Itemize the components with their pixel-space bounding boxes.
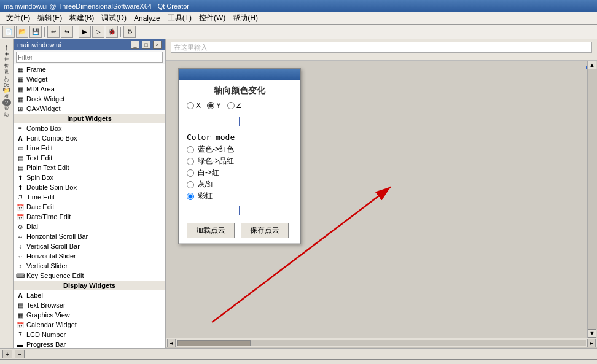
color-radio-1[interactable] [187, 158, 194, 165]
dock-icon: ▦ [16, 95, 25, 103]
menu-analyze[interactable]: Analyze [130, 13, 164, 24]
save-button[interactable]: 保存点云 [241, 223, 289, 238]
dial-icon: ⊙ [16, 222, 25, 231]
label-icon: A [16, 291, 25, 300]
h-scroll-thumb[interactable] [177, 340, 251, 346]
status-add-btn[interactable]: + [2, 350, 12, 358]
h-scroll-track [177, 340, 586, 346]
sidebar-item-dateedit[interactable]: 📅 Date Edit [14, 202, 165, 212]
color-option-1: 绿色->品红 [187, 156, 292, 166]
sidebar-item-datetimeedit[interactable]: 📅 Date/Time Edit [14, 212, 165, 222]
sidebar-item-lineedit[interactable]: ▭ Line Edit [14, 143, 165, 153]
load-button[interactable]: 加载点云 [187, 223, 235, 238]
sidebar-item-hscroll[interactable]: ↔ Horizontal Scroll Bar [14, 231, 165, 241]
widget-title: 轴向颜色变化 [187, 85, 292, 96]
left-icon-help[interactable]: ? 帮 助 [1, 103, 12, 114]
bottom-panel-header [0, 360, 597, 364]
textbrowser-icon: ▤ [16, 301, 25, 309]
toolbar-sep2 [76, 27, 76, 37]
sidebar-item-spinbox[interactable]: ⬆ Spin Box [14, 172, 165, 182]
sidebar-item-textbrowser[interactable]: ▤ Text Browser [14, 300, 165, 310]
status-sub-btn[interactable]: − [15, 350, 25, 358]
menu-tools[interactable]: 工具(T) [164, 12, 195, 25]
left-icon-strip: ↑ ◈ 控 件 ✎ 设 计 ⬡ De bug 📁 项 目 ? 帮 助 [0, 39, 14, 348]
sidebar-subwindow-bar: mainwindow.ui _ □ × [14, 39, 165, 50]
sidebar-item-mdi[interactable]: ▦ MDI Area [14, 84, 165, 94]
sidebar-item-frame[interactable]: ▦ Frame [14, 64, 165, 74]
toolbar-build[interactable]: ▶ [79, 26, 91, 38]
progress-icon: ▬ [16, 340, 25, 348]
left-icon-design[interactable]: ✎ 设 计 [1, 66, 12, 77]
sidebar-item-textedit[interactable]: ▤ Text Edit [14, 153, 165, 163]
axis-x-radio[interactable] [187, 102, 194, 109]
color-radio-0[interactable] [187, 146, 194, 153]
axis-y-label[interactable]: Y [207, 101, 221, 110]
toolbar-debug[interactable]: 🐞 [106, 26, 118, 38]
sidebar-item-widget[interactable]: ▦ Widget [14, 74, 165, 84]
sidebar-item-hslider[interactable]: ↔ Horizontal Slider [14, 251, 165, 261]
dateedit-icon: 📅 [16, 203, 25, 211]
toolbar-settings[interactable]: ⚙ [123, 26, 136, 38]
menu-debug[interactable]: 调试(D) [98, 12, 130, 25]
sidebar-item-label[interactable]: A Label [14, 290, 165, 300]
color-radio-4[interactable] [187, 193, 194, 200]
axis-z-label[interactable]: Z [227, 101, 241, 110]
sidebar-item-timeedit[interactable]: ⏱ Time Edit [14, 192, 165, 202]
menu-build[interactable]: 构建(B) [66, 12, 98, 25]
qax-icon: ⊞ [16, 104, 25, 113]
sidebar-item-calendar[interactable]: 📅 Calendar Widget [14, 320, 165, 330]
sidebar-item-keyseq[interactable]: ⌨ Key Sequence Edit [14, 271, 165, 281]
menu-edit[interactable]: 编辑(E) [34, 12, 66, 25]
sidebar-item-progress[interactable]: ▬ Progress Bar [14, 339, 165, 348]
widget-list: ▦ Frame ▦ Widget ▦ MDI Area ▦ Dock Widge… [14, 64, 165, 348]
sidebar-item-doublespinbox[interactable]: ⬆ Double Spin Box [14, 182, 165, 192]
sidebar: mainwindow.ui _ □ × ▦ Frame ▦ Widget ▦ M… [14, 39, 166, 348]
main-layout: ↑ ◈ 控 件 ✎ 设 计 ⬡ De bug 📁 项 目 ? 帮 助 [0, 39, 597, 348]
scroll-up-btn[interactable]: ▲ [588, 61, 596, 69]
axis-y-radio[interactable] [207, 102, 214, 109]
color-radio-2[interactable] [187, 169, 194, 177]
h-scroll-left[interactable]: ◄ [167, 339, 176, 347]
axis-z-radio[interactable] [227, 102, 235, 109]
mdi-icon: ▦ [16, 85, 25, 93]
sidebar-item-plaintextedit[interactable]: ▤ Plain Text Edit [14, 163, 165, 172]
toolbar-undo[interactable]: ↩ [47, 26, 60, 38]
button-row: 加载点云 保存点云 [187, 223, 292, 238]
group-input-widgets: Input Widgets [14, 114, 165, 123]
subwindow-close[interactable]: × [153, 41, 162, 49]
bottom-scrollbar: ◄ ► [166, 338, 597, 347]
h-scroll-right[interactable]: ► [587, 339, 596, 347]
top-placeholder[interactable]: 在这里输入 [171, 42, 592, 53]
menu-file[interactable]: 文件(F) [2, 12, 34, 25]
axis-x-label[interactable]: X [187, 101, 201, 110]
sidebar-item-vslider[interactable]: ↕ Vertical Slider [14, 261, 165, 271]
sub-window-titlebar [179, 69, 300, 80]
toolbar-sep1 [44, 27, 45, 37]
sidebar-item-dial[interactable]: ⊙ Dial [14, 222, 165, 231]
toolbar-open[interactable]: 📂 [16, 26, 28, 38]
sidebar-item-lcd[interactable]: 7 LCD Number [14, 330, 165, 339]
color-mode-title: Color mode [187, 133, 292, 142]
menu-help[interactable]: 帮助(H) [229, 12, 262, 25]
menu-controls[interactable]: 控件(W) [195, 12, 229, 25]
color-radio-3[interactable] [187, 181, 194, 188]
right-scrollbar[interactable]: ▲ ▼ [587, 61, 597, 338]
widget-icon: ▦ [16, 75, 25, 83]
filter-input[interactable] [16, 52, 163, 63]
sidebar-item-fontcombo[interactable]: A Font Combo Box [14, 133, 165, 143]
sidebar-item-combo[interactable]: ≡ Combo Box [14, 123, 165, 133]
toolbar-run[interactable]: ▷ [92, 26, 104, 38]
subwindow-maximize[interactable]: □ [142, 41, 150, 49]
toolbar-save[interactable]: 💾 [29, 26, 42, 38]
sidebar-item-graphicsview[interactable]: ▦ Graphics View [14, 310, 165, 320]
scroll-down-btn[interactable]: ▼ [588, 329, 596, 338]
sidebar-item-vscroll[interactable]: ↕ Vertical Scroll Bar [14, 241, 165, 251]
toolbar-new[interactable]: 📄 [2, 26, 15, 38]
sidebar-item-qax[interactable]: ⊞ QAxWidget [14, 104, 165, 114]
text-cursor-1: I [187, 115, 292, 129]
sidebar-item-dock[interactable]: ▦ Dock Widget [14, 94, 165, 104]
subwindow-minimize[interactable]: _ [131, 41, 139, 49]
toolbar: 📄 📂 💾 ↩ ↪ ▶ ▷ 🐞 ⚙ [0, 25, 597, 39]
mdi-area: 轴向颜色变化 X Y Z [166, 61, 597, 338]
toolbar-redo[interactable]: ↪ [61, 26, 73, 38]
